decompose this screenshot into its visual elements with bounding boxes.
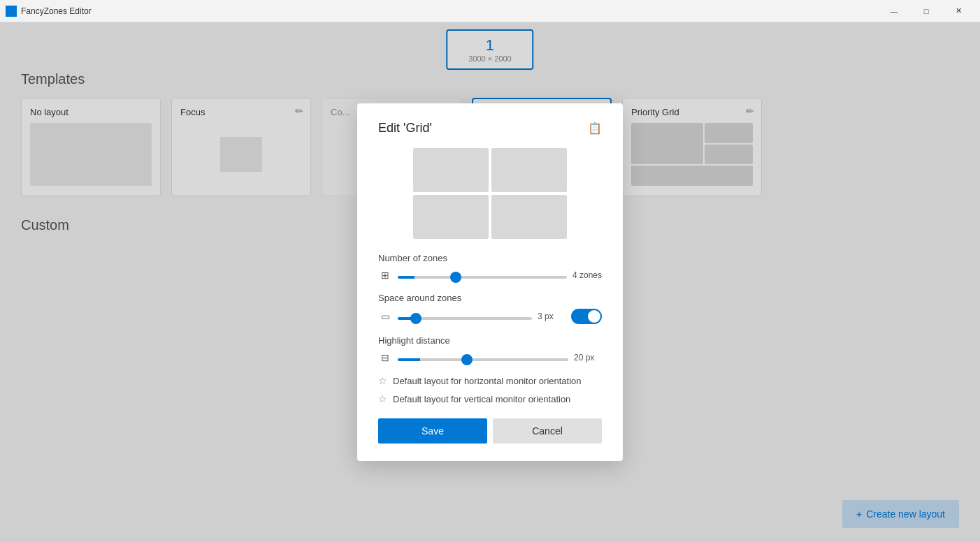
dialog-cell-1 <box>413 148 489 192</box>
horizontal-checkbox-label: Default layout for horizontal monitor or… <box>393 376 582 386</box>
zones-row: ⊞ 4 zones <box>378 269 602 281</box>
highlight-slider-wrap <box>398 351 568 364</box>
dialog-cell-3 <box>413 195 489 239</box>
space-toggle[interactable] <box>571 309 602 324</box>
dialog-cell-2 <box>491 148 567 192</box>
close-button[interactable]: ✕ <box>942 0 974 22</box>
highlight-label: Highlight distance <box>378 335 602 346</box>
dialog-buttons: Save Cancel <box>378 418 602 444</box>
highlight-slider[interactable] <box>398 358 568 361</box>
edit-grid-dialog: Edit 'Grid' 📋 Number of zones ⊞ 4 zones <box>357 103 623 461</box>
space-slider-wrap <box>398 310 532 323</box>
dialog-grid-preview <box>413 148 567 239</box>
app-icon <box>6 6 17 17</box>
cancel-button[interactable]: Cancel <box>493 418 602 444</box>
save-button[interactable]: Save <box>378 418 487 444</box>
zones-icon: ⊞ <box>378 270 392 281</box>
maximize-button[interactable]: □ <box>910 0 942 22</box>
space-label: Space around zones <box>378 293 602 303</box>
space-slider[interactable] <box>398 317 532 320</box>
copy-icon[interactable]: 📋 <box>588 122 602 135</box>
highlight-section: Highlight distance ⊟ 20 px <box>378 335 602 364</box>
space-value: 3 px <box>538 312 565 321</box>
highlight-icon: ⊟ <box>378 352 392 363</box>
space-icon: ▭ <box>378 311 392 322</box>
zones-section: Number of zones ⊞ 4 zones <box>378 253 602 281</box>
highlight-row: ⊟ 20 px <box>378 351 602 364</box>
zones-slider-wrap <box>398 269 567 281</box>
dialog-header: Edit 'Grid' 📋 <box>378 121 602 136</box>
minimize-button[interactable]: — <box>878 0 910 22</box>
main-content: 1 3000 × 2000 Templates No layout Focus … <box>0 22 980 542</box>
dialog-overlay: Edit 'Grid' 📋 Number of zones ⊞ 4 zones <box>0 22 980 542</box>
horizontal-checkbox-row: ☆ Default layout for horizontal monitor … <box>378 375 602 386</box>
vertical-checkbox-label: Default layout for vertical monitor orie… <box>393 394 570 404</box>
zones-label: Number of zones <box>378 253 602 263</box>
titlebar-controls: — □ ✕ <box>878 0 974 22</box>
app-title: FancyZones Editor <box>21 6 92 16</box>
space-section: Space around zones ▭ 3 px <box>378 293 602 324</box>
titlebar: FancyZones Editor — □ ✕ <box>0 0 980 22</box>
space-row: ▭ 3 px <box>378 309 602 324</box>
vertical-checkbox-row: ☆ Default layout for vertical monitor or… <box>378 393 602 404</box>
toggle-knob <box>588 310 600 323</box>
vertical-star-icon: ☆ <box>378 393 387 404</box>
dialog-cell-4 <box>491 195 567 239</box>
highlight-value: 20 px <box>574 353 602 362</box>
zones-slider[interactable] <box>398 276 567 279</box>
titlebar-left: FancyZones Editor <box>6 6 92 17</box>
horizontal-star-icon: ☆ <box>378 375 387 386</box>
dialog-title: Edit 'Grid' <box>378 121 432 136</box>
zones-value: 4 zones <box>572 270 602 280</box>
